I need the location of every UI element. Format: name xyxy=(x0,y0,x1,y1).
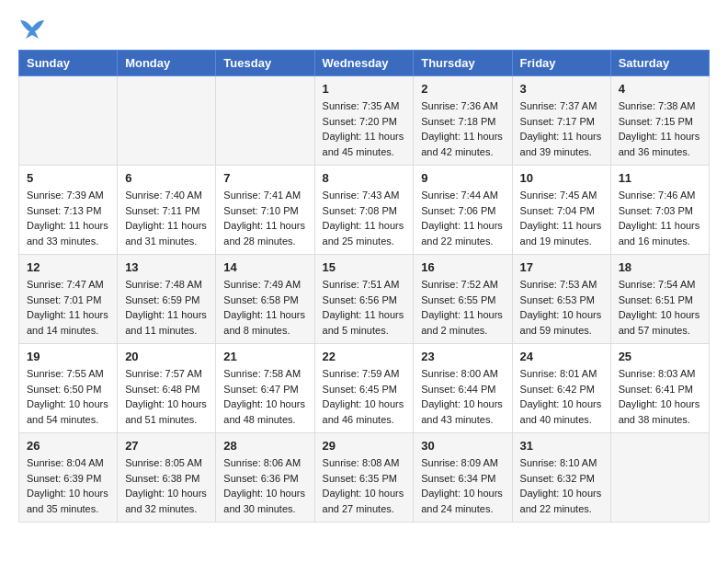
sunset-text: Sunset: 6:34 PM xyxy=(421,473,495,484)
sunset-text: Sunset: 6:45 PM xyxy=(323,384,397,395)
sunrise-text: Sunrise: 7:51 AM xyxy=(323,279,400,290)
daylight-text: Daylight: 11 hours and 25 minutes. xyxy=(323,220,404,247)
sunset-text: Sunset: 6:44 PM xyxy=(421,384,495,395)
sunset-text: Sunset: 6:36 PM xyxy=(223,473,298,484)
day-info: Sunrise: 7:57 AMSunset: 6:48 PMDaylight:… xyxy=(125,366,208,427)
daylight-text: Daylight: 10 hours and 32 minutes. xyxy=(125,488,207,514)
day-info: Sunrise: 8:03 AMSunset: 6:41 PMDaylight:… xyxy=(619,366,701,427)
sunrise-text: Sunrise: 8:03 AM xyxy=(619,368,696,379)
day-info: Sunrise: 7:38 AMSunset: 7:15 PMDaylight:… xyxy=(619,98,701,159)
daylight-text: Daylight: 10 hours and 46 minutes. xyxy=(323,398,404,425)
day-info: Sunrise: 8:09 AMSunset: 6:34 PMDaylight:… xyxy=(421,455,504,516)
day-number: 24 xyxy=(520,350,603,363)
calendar-day-cell: 5Sunrise: 7:39 AMSunset: 7:13 PMDaylight… xyxy=(19,166,118,255)
sunrise-text: Sunrise: 7:36 AM xyxy=(421,100,498,111)
day-info: Sunrise: 7:55 AMSunset: 6:50 PMDaylight:… xyxy=(27,366,109,427)
sunrise-text: Sunrise: 7:52 AM xyxy=(421,279,498,290)
calendar-day-cell: 17Sunrise: 7:53 AMSunset: 6:53 PMDayligh… xyxy=(512,255,610,344)
sunset-text: Sunset: 6:58 PM xyxy=(223,294,298,305)
sunset-text: Sunset: 7:10 PM xyxy=(223,205,298,216)
sunrise-text: Sunrise: 7:53 AM xyxy=(520,279,597,290)
day-number: 2 xyxy=(421,82,504,96)
sunrise-text: Sunrise: 7:48 AM xyxy=(125,279,202,290)
calendar-day-cell: 20Sunrise: 7:57 AMSunset: 6:48 PMDayligh… xyxy=(118,344,216,433)
day-number: 22 xyxy=(323,350,406,363)
day-number: 6 xyxy=(125,171,208,185)
day-number: 7 xyxy=(223,171,306,185)
daylight-text: Daylight: 11 hours and 2 minutes. xyxy=(421,309,503,336)
calendar-day-cell xyxy=(19,76,118,166)
weekday-header: Sunday xyxy=(19,51,118,76)
calendar-day-cell: 31Sunrise: 8:10 AMSunset: 6:32 PMDayligh… xyxy=(512,433,610,523)
sunrise-text: Sunrise: 7:45 AM xyxy=(520,190,597,201)
daylight-text: Daylight: 11 hours and 5 minutes. xyxy=(323,309,404,336)
day-info: Sunrise: 7:37 AMSunset: 7:17 PMDaylight:… xyxy=(520,98,603,159)
calendar-day-cell: 23Sunrise: 8:00 AMSunset: 6:44 PMDayligh… xyxy=(414,344,512,433)
weekday-header: Monday xyxy=(118,51,216,76)
sunset-text: Sunset: 6:32 PM xyxy=(520,473,595,484)
day-info: Sunrise: 7:46 AMSunset: 7:03 PMDaylight:… xyxy=(619,188,701,248)
sunrise-text: Sunrise: 7:40 AM xyxy=(125,190,202,201)
calendar-day-cell: 3Sunrise: 7:37 AMSunset: 7:17 PMDaylight… xyxy=(512,76,610,166)
sunrise-text: Sunrise: 7:57 AM xyxy=(125,368,202,379)
calendar-day-cell: 30Sunrise: 8:09 AMSunset: 6:34 PMDayligh… xyxy=(414,433,512,523)
logo xyxy=(18,18,48,40)
page-header xyxy=(18,18,710,40)
calendar-day-cell: 10Sunrise: 7:45 AMSunset: 7:04 PMDayligh… xyxy=(512,166,610,255)
sunset-text: Sunset: 7:11 PM xyxy=(125,205,199,216)
day-number: 14 xyxy=(223,260,306,274)
sunrise-text: Sunrise: 7:39 AM xyxy=(27,190,104,201)
sunrise-text: Sunrise: 7:46 AM xyxy=(619,190,696,201)
daylight-text: Daylight: 11 hours and 16 minutes. xyxy=(619,220,700,247)
sunset-text: Sunset: 6:55 PM xyxy=(421,294,495,305)
sunset-text: Sunset: 6:53 PM xyxy=(520,294,595,305)
sunrise-text: Sunrise: 8:04 AM xyxy=(27,457,104,468)
sunrise-text: Sunrise: 7:55 AM xyxy=(27,368,104,379)
daylight-text: Daylight: 10 hours and 43 minutes. xyxy=(421,398,503,425)
sunrise-text: Sunrise: 7:35 AM xyxy=(323,100,400,111)
sunrise-text: Sunrise: 8:01 AM xyxy=(520,368,597,379)
sunrise-text: Sunrise: 7:38 AM xyxy=(619,100,696,111)
calendar-day-cell: 15Sunrise: 7:51 AMSunset: 6:56 PMDayligh… xyxy=(314,255,414,344)
sunrise-text: Sunrise: 8:10 AM xyxy=(520,457,597,468)
sunrise-text: Sunrise: 7:54 AM xyxy=(619,279,696,290)
daylight-text: Daylight: 11 hours and 22 minutes. xyxy=(421,220,503,247)
sunset-text: Sunset: 7:15 PM xyxy=(619,116,693,127)
sunrise-text: Sunrise: 7:43 AM xyxy=(323,190,400,201)
sunrise-text: Sunrise: 7:41 AM xyxy=(223,190,301,201)
day-info: Sunrise: 7:40 AMSunset: 7:11 PMDaylight:… xyxy=(125,188,208,248)
daylight-text: Daylight: 11 hours and 45 minutes. xyxy=(323,131,404,157)
calendar-day-cell: 1Sunrise: 7:35 AMSunset: 7:20 PMDaylight… xyxy=(314,76,414,166)
calendar-day-cell: 28Sunrise: 8:06 AMSunset: 6:36 PMDayligh… xyxy=(216,433,314,523)
sunset-text: Sunset: 6:39 PM xyxy=(27,473,101,484)
sunrise-text: Sunrise: 8:08 AM xyxy=(323,457,400,468)
daylight-text: Daylight: 10 hours and 30 minutes. xyxy=(223,488,305,514)
day-number: 9 xyxy=(421,171,504,185)
calendar-day-cell: 18Sunrise: 7:54 AMSunset: 6:51 PMDayligh… xyxy=(610,255,709,344)
day-info: Sunrise: 7:45 AMSunset: 7:04 PMDaylight:… xyxy=(520,188,603,248)
daylight-text: Daylight: 10 hours and 40 minutes. xyxy=(520,398,602,425)
day-number: 10 xyxy=(520,171,603,185)
day-info: Sunrise: 7:44 AMSunset: 7:06 PMDaylight:… xyxy=(421,188,504,248)
daylight-text: Daylight: 10 hours and 38 minutes. xyxy=(619,398,700,425)
calendar-day-cell: 14Sunrise: 7:49 AMSunset: 6:58 PMDayligh… xyxy=(216,255,314,344)
day-info: Sunrise: 7:39 AMSunset: 7:13 PMDaylight:… xyxy=(27,188,109,248)
daylight-text: Daylight: 11 hours and 31 minutes. xyxy=(125,220,207,247)
calendar-day-cell: 19Sunrise: 7:55 AMSunset: 6:50 PMDayligh… xyxy=(19,344,118,433)
daylight-text: Daylight: 11 hours and 39 minutes. xyxy=(520,131,602,157)
calendar-day-cell: 26Sunrise: 8:04 AMSunset: 6:39 PMDayligh… xyxy=(19,433,118,523)
daylight-text: Daylight: 11 hours and 8 minutes. xyxy=(223,309,305,336)
day-number: 19 xyxy=(27,350,109,363)
day-number: 16 xyxy=(421,260,504,274)
sunrise-text: Sunrise: 8:06 AM xyxy=(223,457,301,468)
daylight-text: Daylight: 10 hours and 59 minutes. xyxy=(520,309,602,336)
sunset-text: Sunset: 6:51 PM xyxy=(619,294,693,305)
sunrise-text: Sunrise: 8:05 AM xyxy=(125,457,202,468)
day-info: Sunrise: 7:36 AMSunset: 7:18 PMDaylight:… xyxy=(421,98,504,159)
calendar-day-cell: 8Sunrise: 7:43 AMSunset: 7:08 PMDaylight… xyxy=(314,166,414,255)
day-number: 20 xyxy=(125,350,208,363)
daylight-text: Daylight: 11 hours and 28 minutes. xyxy=(223,220,305,247)
day-info: Sunrise: 8:05 AMSunset: 6:38 PMDaylight:… xyxy=(125,455,208,516)
daylight-text: Daylight: 10 hours and 22 minutes. xyxy=(520,488,602,514)
weekday-header: Saturday xyxy=(610,51,709,76)
